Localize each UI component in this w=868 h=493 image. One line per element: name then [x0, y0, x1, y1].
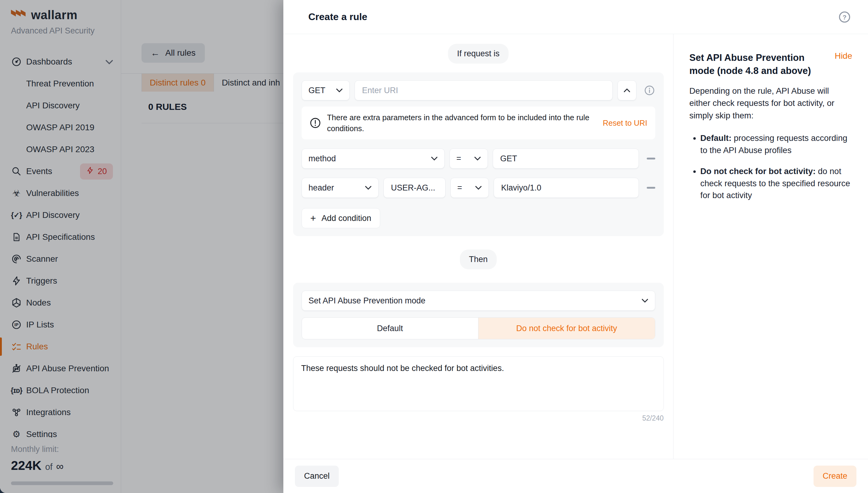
create-rule-modal: Create a rule ? If request is GET — [283, 0, 868, 493]
condition-value-input[interactable] — [493, 149, 639, 169]
help-panel-bullets: Default: processing requests according t… — [689, 132, 852, 201]
help-panel-title: Set API Abuse Prevention mode (node 4.8 … — [689, 51, 827, 78]
remove-condition-icon[interactable] — [647, 187, 655, 189]
warning-text: There are extra parameters in the advanc… — [327, 112, 595, 134]
collapse-advanced-button[interactable] — [617, 80, 636, 101]
cancel-button[interactable]: Cancel — [295, 466, 339, 487]
remove-condition-icon[interactable] — [647, 158, 655, 159]
info-icon[interactable] — [644, 85, 655, 96]
modal-footer: Cancel Create — [283, 459, 868, 493]
then-pill: Then — [460, 250, 497, 269]
help-panel-header: Set API Abuse Prevention mode (node 4.8 … — [689, 51, 852, 78]
comment-char-counter: 52/240 — [293, 414, 664, 422]
help-icon[interactable]: ? — [838, 10, 851, 23]
chevron-down-icon — [474, 156, 481, 161]
app-root: wallarm Advanced API Security Dashboards… — [0, 0, 868, 493]
method-select[interactable]: GET — [302, 80, 350, 101]
chevron-up-icon — [624, 88, 630, 92]
help-panel: Set API Abuse Prevention mode (node 4.8 … — [673, 34, 868, 459]
action-panel: Set API Abuse Prevention mode Default Do… — [293, 283, 664, 347]
rule-form: If request is GET — [283, 34, 673, 459]
conditions-panel: GET — [293, 72, 664, 236]
reset-to-uri-link[interactable]: Reset to URI — [603, 119, 647, 128]
modal-header: Create a rule ? — [283, 0, 868, 34]
condition-field-select[interactable]: method — [302, 149, 444, 169]
advanced-params-warning: There are extra parameters in the advanc… — [302, 107, 655, 140]
plus-icon: + — [310, 213, 316, 223]
help-panel-intro: Depending on the rule, API Abuse will ei… — [689, 85, 852, 122]
mode-option-default[interactable]: Default — [302, 318, 478, 339]
condition-row: method = — [302, 149, 655, 169]
hide-help-link[interactable]: Hide — [834, 51, 852, 61]
uri-input[interactable] — [354, 80, 613, 101]
modal-title: Create a rule — [308, 11, 367, 23]
add-condition-button[interactable]: + Add condition — [302, 208, 380, 228]
help-bullet: Do not check for bot activity: do not ch… — [700, 165, 852, 201]
chevron-down-icon — [475, 186, 482, 190]
uri-row: GET — [302, 80, 655, 101]
chevron-down-icon — [642, 299, 648, 303]
help-bullet: Default: processing requests according t… — [700, 132, 852, 156]
action-select[interactable]: Set API Abuse Prevention mode — [302, 291, 655, 311]
rule-comment-textarea[interactable]: These requests should not be checked for… — [293, 356, 664, 411]
condition-operator-select[interactable]: = — [451, 178, 489, 198]
condition-field-select[interactable]: header — [302, 178, 378, 198]
chevron-down-icon — [365, 186, 372, 190]
create-button[interactable]: Create — [813, 466, 856, 487]
svg-text:?: ? — [843, 14, 847, 20]
mode-option-do-not-check[interactable]: Do not check for bot activity — [478, 318, 655, 339]
exclamation-icon — [309, 117, 321, 129]
condition-key-input[interactable] — [384, 178, 446, 198]
chevron-down-icon — [431, 156, 438, 161]
condition-row: header = — [302, 178, 655, 198]
mode-segmented-control: Default Do not check for bot activity — [302, 317, 655, 339]
condition-operator-select[interactable]: = — [450, 149, 488, 169]
modal-body: If request is GET — [283, 34, 868, 459]
condition-value-input[interactable] — [494, 178, 639, 198]
chevron-down-icon — [336, 88, 343, 92]
if-request-is-pill: If request is — [448, 44, 509, 64]
